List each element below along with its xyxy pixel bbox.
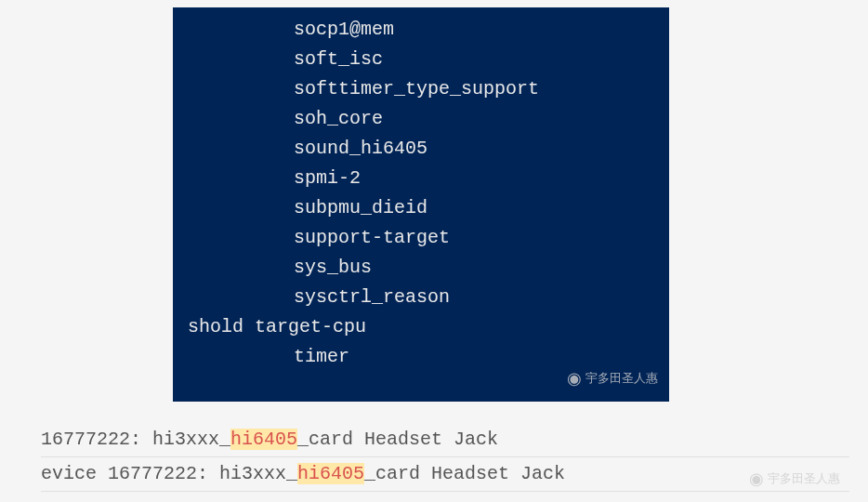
log-line: 16777222: hi3xxx_hi6405_card Headset Jac… bbox=[41, 423, 849, 457]
terminal-line: softtimer_type_support bbox=[173, 74, 669, 104]
log-line: evice 16777222: hi3xxx_hi6405_card Heads… bbox=[41, 457, 849, 492]
log-prefix: 16777222: hi3xxx_ bbox=[41, 429, 230, 450]
terminal-line: sysctrl_reason bbox=[173, 283, 669, 312]
weibo-username-bottom: 宇多田圣人惠 bbox=[768, 470, 840, 487]
log-output: 16777222: hi3xxx_hi6405_card Headset Jac… bbox=[41, 423, 849, 492]
weibo-watermark-bottom: ◉ 宇多田圣人惠 bbox=[749, 469, 840, 489]
terminal-line: soh_core bbox=[173, 104, 669, 134]
terminal-line: support-target bbox=[173, 223, 669, 253]
log-highlight: hi6405 bbox=[297, 463, 364, 484]
weibo-icon: ◉ bbox=[749, 469, 764, 489]
terminal-line: socp1@mem bbox=[173, 15, 669, 45]
log-suffix: _card Headset Jack bbox=[297, 429, 498, 450]
terminal-line: sys_bus bbox=[173, 253, 669, 283]
weibo-icon: ◉ bbox=[567, 365, 582, 392]
log-suffix: _card Headset Jack bbox=[364, 463, 565, 484]
weibo-watermark: ◉ 宇多田圣人惠 bbox=[567, 365, 658, 392]
terminal-line: spmi-2 bbox=[173, 164, 669, 193]
log-highlight: hi6405 bbox=[230, 429, 297, 450]
terminal-line: shold target-cpu bbox=[173, 312, 669, 342]
terminal-line: sound_hi6405 bbox=[173, 134, 669, 164]
weibo-username: 宇多田圣人惠 bbox=[585, 369, 658, 389]
terminal-line: soft_isc bbox=[173, 45, 669, 74]
log-prefix: evice 16777222: hi3xxx_ bbox=[41, 463, 297, 484]
terminal-line: subpmu_dieid bbox=[173, 193, 669, 223]
terminal-window: socp1@memsoft_iscsofttimer_type_supports… bbox=[173, 7, 669, 402]
